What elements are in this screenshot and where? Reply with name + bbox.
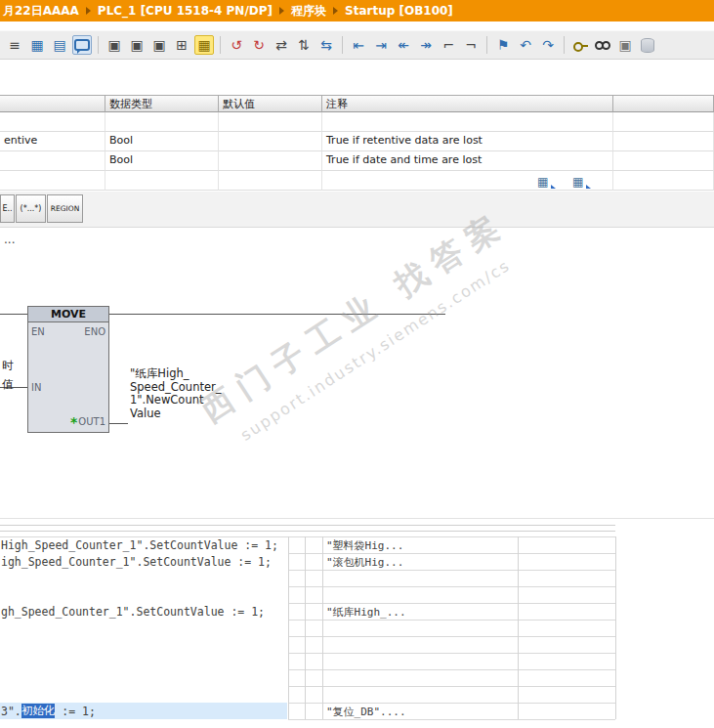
- snippet-button-comment[interactable]: (*...*): [16, 194, 46, 223]
- cell-extra: [613, 112, 714, 132]
- cell-extra: [613, 151, 714, 171]
- cell-comment[interactable]: True if retentive data are lost: [322, 132, 613, 151]
- data-block-icon-shape: [641, 38, 654, 53]
- network-overview-icon[interactable]: ▦: [27, 35, 47, 55]
- goto-prev-error-icon[interactable]: ↺: [227, 35, 246, 55]
- grid-line: [288, 686, 615, 687]
- indent-left-icon[interactable]: ⇤: [349, 35, 368, 55]
- insert-row-icon[interactable]: ▦: [537, 176, 552, 189]
- toolbar-icons: ≡▦▤▣▣▣⊞▦↺↻⇄⇅⇆⇤⇥↞↠⌐¬⚑↶↷▣: [5, 35, 657, 55]
- table-row[interactable]: Bool True if date and time are lost: [0, 151, 714, 171]
- grid-line: [288, 620, 615, 621]
- pane-separator-line: [0, 518, 714, 519]
- breadcrumb-item-project[interactable]: 月22日AAAA: [3, 3, 79, 20]
- monitoring-glasses-icon[interactable]: [593, 35, 612, 55]
- breadcrumb-item-block[interactable]: Startup [OB100]: [345, 4, 453, 18]
- show-comments-icon[interactable]: ▤: [50, 35, 69, 55]
- free-comment-bubble-icon[interactable]: [72, 35, 92, 55]
- know-how-protection-key-icon-shape: [573, 41, 588, 50]
- breadcrumb-item-plc[interactable]: PLC_1 [CPU 1518-4 PN/DP]: [98, 4, 273, 18]
- free-comment-bubble-icon-shape: [74, 39, 90, 51]
- pin-out1-label: OUT1: [78, 416, 105, 427]
- insert-empty-box-icon[interactable]: ⊞: [172, 35, 191, 55]
- table-row[interactable]: entive Bool True if retentive data are l…: [0, 132, 714, 151]
- absolute-symbolic-toggle-icon[interactable]: ⇆: [316, 35, 336, 55]
- move-block[interactable]: MOVE EN ENO IN * OUT1: [27, 306, 109, 433]
- cell-default[interactable]: [219, 112, 322, 132]
- cell-datatype[interactable]: Bool: [105, 132, 219, 151]
- cell-datatype[interactable]: Bool: [105, 151, 219, 171]
- indent-right-icon[interactable]: ⇥: [371, 35, 391, 55]
- input-operand-fragment[interactable]: 值: [2, 377, 14, 392]
- breadcrumb-separator-icon: [279, 7, 284, 15]
- grid-line: [305, 536, 306, 719]
- input-operand-fragment[interactable]: 时: [2, 359, 14, 373]
- operand-comment-cell[interactable]: "滚包机Hig...: [326, 555, 403, 570]
- breadcrumb-item-program-blocks[interactable]: 程序块: [291, 3, 326, 20]
- line-numbers-icon[interactable]: ⌐: [439, 35, 458, 55]
- network-comment[interactable]: ...: [4, 233, 15, 246]
- code-fragment: := 1;: [55, 705, 96, 718]
- insert-network-icon[interactable]: ≡: [5, 35, 24, 55]
- column-header-datatype: 数据类型: [105, 95, 219, 112]
- indent-region-icon[interactable]: ↠: [416, 35, 436, 55]
- scl-code-line[interactable]: gh_Speed_Counter_1".SetCountValue := 1;: [1, 605, 265, 619]
- snippet-strip: E.. (*...*) REGION: [0, 192, 714, 228]
- cell-extra: [613, 171, 714, 191]
- data-block-icon[interactable]: [638, 35, 657, 55]
- operand-comment-cell[interactable]: "塑料袋Hig...: [326, 538, 403, 553]
- symbol-information-icon[interactable]: ¬: [461, 35, 481, 55]
- output-operand-line: "纸库High_: [130, 367, 222, 381]
- separator-line: [0, 525, 615, 526]
- pin-in: IN: [31, 382, 41, 393]
- scl-code-line[interactable]: igh_Speed_Counter_1".SetCountValue := 1;: [1, 555, 272, 569]
- cell-name[interactable]: [0, 112, 105, 132]
- grid-line: [615, 536, 616, 719]
- know-how-protection-key-icon[interactable]: [570, 35, 590, 55]
- grid-line: [288, 570, 615, 571]
- scl-code-line[interactable]: High_Speed_Counter_1".SetCountValue := 1…: [1, 538, 278, 552]
- pin-en: EN: [31, 326, 45, 337]
- cell-name[interactable]: entive: [0, 132, 105, 151]
- cell-default[interactable]: [219, 151, 322, 171]
- grid-line: [288, 703, 615, 704]
- update-block-calls-icon[interactable]: ⇄: [272, 35, 291, 55]
- toolbar-separator: [342, 36, 343, 54]
- selected-token[interactable]: 初始化: [21, 704, 56, 718]
- snapshot-icon[interactable]: ▣: [615, 35, 635, 55]
- breadcrumb-separator-icon: [333, 7, 338, 15]
- table-row[interactable]: [0, 171, 714, 191]
- operand-comment-cell[interactable]: "纸库High_...: [326, 605, 406, 620]
- cell-name[interactable]: [0, 151, 105, 171]
- cell-comment[interactable]: [322, 112, 613, 132]
- toolbar-separator: [564, 36, 565, 54]
- table-row[interactable]: [0, 112, 714, 132]
- add-row-below-icon[interactable]: ▦: [572, 176, 587, 189]
- grid-line: [288, 553, 615, 554]
- cell-datatype[interactable]: [105, 112, 219, 132]
- snippet-button-e[interactable]: E..: [0, 194, 15, 223]
- outdent-region-icon[interactable]: ↞: [394, 35, 413, 55]
- consistency-check-icon[interactable]: ⇅: [294, 35, 314, 55]
- structure-highlight-icon[interactable]: ▦: [194, 35, 214, 55]
- cell-comment[interactable]: [322, 171, 613, 191]
- navigate-forward-icon[interactable]: ↷: [538, 35, 558, 55]
- scl-selected-line[interactable]: 3".初始化 := 1;: [0, 703, 287, 719]
- pin-eno: ENO: [84, 326, 105, 337]
- cell-name[interactable]: [0, 171, 105, 191]
- toolbar-separator: [486, 36, 487, 54]
- output-operand[interactable]: "纸库High_ Speed_Counter_ 1".NewCount Valu…: [130, 367, 222, 420]
- cell-comment[interactable]: True if date and time are lost: [322, 151, 613, 171]
- operand-comment-cell[interactable]: "复位_DB"....: [326, 705, 406, 719]
- cell-default[interactable]: [219, 132, 322, 151]
- favorites-flag-icon[interactable]: ⚑: [493, 35, 513, 55]
- goto-next-error-icon[interactable]: ↻: [249, 35, 269, 55]
- insert-box-branch-icon[interactable]: ▣: [149, 35, 169, 55]
- cell-default[interactable]: [219, 171, 322, 191]
- cell-datatype[interactable]: [105, 171, 219, 191]
- navigate-back-icon[interactable]: ↶: [516, 35, 535, 55]
- insert-box-up-icon[interactable]: ▣: [127, 35, 147, 55]
- insert-box-down-icon[interactable]: ▣: [105, 35, 124, 55]
- pin-out1: * OUT1: [70, 416, 105, 427]
- snippet-button-region[interactable]: REGION: [47, 194, 83, 223]
